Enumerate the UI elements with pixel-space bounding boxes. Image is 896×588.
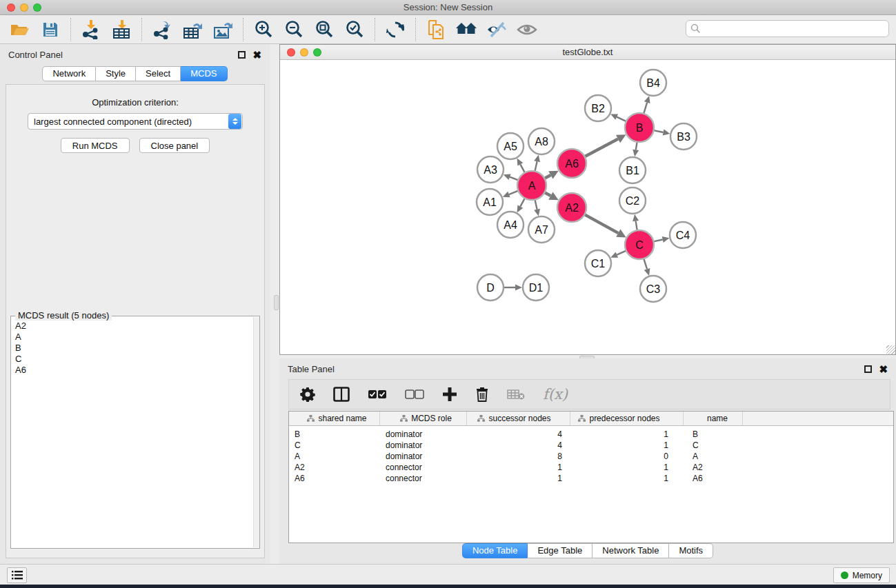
mcds-result-item[interactable]: A6 [15, 365, 258, 376]
mcds-result-item[interactable]: A2 [15, 321, 258, 332]
table-cell-successor-nodes[interactable]: 1 [467, 474, 570, 483]
table-cell-predecessor-nodes[interactable]: 1 [570, 440, 684, 450]
export-network-icon[interactable] [152, 19, 172, 40]
graph-node-A3[interactable]: A3 [477, 156, 504, 183]
table-cell-mcds-role[interactable]: connector [380, 463, 467, 472]
zoom-selected-icon[interactable] [344, 19, 365, 40]
column-header-name[interactable]: name [684, 412, 743, 425]
vertical-divider-grip[interactable] [274, 295, 279, 310]
edge-B-B2[interactable] [617, 117, 626, 121]
table-cell-successor-nodes[interactable]: 8 [467, 452, 570, 461]
tab-select[interactable]: Select [136, 66, 181, 81]
graph-node-B2[interactable]: B2 [585, 95, 611, 121]
edge-A2-C[interactable] [584, 214, 618, 233]
tab-style[interactable]: Style [96, 66, 136, 81]
zoom-in-icon[interactable] [253, 19, 274, 40]
node-table[interactable]: shared name MCDS role successor nodes pr… [288, 411, 894, 543]
close-table-panel-icon[interactable]: ✖ [879, 365, 888, 373]
minimize-window-button[interactable] [20, 3, 28, 12]
close-window-button[interactable] [7, 3, 15, 12]
table-cell-mcds-role[interactable]: connector [380, 474, 467, 483]
tab-edge-table[interactable]: Edge Table [528, 543, 593, 558]
criterion-dropdown[interactable]: largest connected component (directed) [28, 113, 243, 130]
table-row[interactable]: Adominator80A [289, 451, 893, 462]
table-cell-successor-nodes[interactable]: 1 [467, 463, 570, 472]
export-image-icon[interactable] [212, 19, 233, 40]
window-resize-grip[interactable] [886, 345, 895, 354]
search-field[interactable] [686, 20, 889, 37]
edge-C-C2[interactable] [636, 221, 637, 231]
edge-A-A2[interactable] [544, 192, 550, 196]
edge-B-B3[interactable] [654, 130, 664, 132]
graph-node-A8[interactable]: A8 [528, 128, 555, 154]
tab-node-table[interactable]: Node Table [462, 543, 528, 558]
open-folder-icon[interactable] [10, 19, 30, 40]
edge-A-A5[interactable] [520, 164, 525, 172]
refresh-icon[interactable] [385, 19, 406, 40]
graph-node-C2[interactable]: C2 [619, 187, 646, 214]
delete-column-icon[interactable] [475, 387, 489, 402]
column-header-successor-nodes[interactable]: successor nodes [467, 412, 570, 425]
edge-C-C3[interactable] [644, 258, 647, 269]
gear-icon[interactable] [300, 387, 315, 402]
hide-selected-icon[interactable] [486, 19, 507, 40]
import-network-icon[interactable] [81, 19, 101, 40]
table-cell-mcds-role[interactable]: dominator [380, 452, 467, 461]
table-cell-shared-name[interactable]: A2 [289, 463, 380, 472]
graph-node-A6[interactable]: A6 [557, 149, 586, 178]
graph-node-B3[interactable]: B3 [670, 123, 697, 150]
edge-A-A6[interactable] [544, 175, 550, 179]
edge-C-C4[interactable] [653, 240, 662, 242]
table-cell-shared-name[interactable]: A6 [289, 474, 380, 483]
close-panel-icon[interactable]: ✖ [252, 51, 261, 59]
memory-button[interactable]: Memory [833, 567, 890, 583]
edge-C-C1[interactable] [617, 251, 626, 255]
close-network-button[interactable] [287, 48, 295, 57]
table-cell-predecessor-nodes[interactable]: 0 [570, 452, 684, 461]
graph-node-B[interactable]: B [625, 113, 654, 142]
table-row[interactable]: Cdominator41C [289, 440, 893, 451]
edge-A-A1[interactable] [509, 191, 519, 194]
window-controls[interactable] [7, 3, 41, 12]
graph-node-A1[interactable]: A1 [477, 189, 503, 215]
graph-node-A[interactable]: A [517, 171, 546, 200]
graph-node-A2[interactable]: A2 [557, 193, 586, 222]
table-cell-name[interactable]: B [684, 429, 743, 439]
graph-node-A4[interactable]: A4 [497, 212, 524, 238]
select-all-icon[interactable] [368, 389, 387, 399]
table-row[interactable]: Bdominator41B [289, 429, 893, 440]
edge-B-B1[interactable] [636, 142, 637, 150]
edge-B-B4[interactable] [644, 103, 647, 114]
table-cell-shared-name[interactable]: B [289, 429, 380, 439]
graph-node-D[interactable]: D [477, 274, 504, 301]
network-canvas[interactable]: AA1A2A3A4A5A6A7A8BB1B2B3B4CC1C2C3C4DD1 [280, 60, 895, 354]
table-cell-shared-name[interactable]: C [289, 440, 380, 450]
graph-node-A5[interactable]: A5 [497, 133, 524, 159]
graph-node-D1[interactable]: D1 [523, 274, 549, 301]
graph-node-C4[interactable]: C4 [670, 222, 696, 248]
run-mcds-button[interactable]: Run MCDS [61, 138, 130, 153]
table-cell-name[interactable]: A2 [684, 463, 743, 472]
table-row[interactable]: A2connector11A2 [289, 462, 893, 473]
table-cell-name[interactable]: A [684, 452, 743, 461]
edge-A-A8[interactable] [535, 161, 537, 171]
result-scrollbar[interactable] [253, 317, 259, 547]
column-settings-icon[interactable] [333, 387, 350, 402]
graph-node-C[interactable]: C [625, 230, 654, 259]
network-graph[interactable]: AA1A2A3A4A5A6A7A8BB1B2B3B4CC1C2C3C4DD1 [280, 60, 895, 354]
network-window-controls[interactable] [287, 48, 321, 57]
float-table-panel-icon[interactable] [864, 365, 872, 373]
task-history-button[interactable] [7, 567, 27, 583]
close-panel-button[interactable]: Close panel [139, 138, 210, 153]
table-cell-name[interactable]: A6 [684, 474, 743, 483]
mcds-result-item[interactable]: A [15, 332, 258, 343]
column-header-shared-name[interactable]: shared name [289, 412, 380, 425]
edge-A-A3[interactable] [510, 177, 518, 181]
minimize-network-button[interactable] [300, 48, 308, 57]
zoom-fit-icon[interactable] [314, 19, 335, 40]
home-icon[interactable] [456, 19, 477, 40]
edge-A-A7[interactable] [535, 200, 537, 210]
zoom-network-button[interactable] [313, 48, 321, 57]
table-cell-name[interactable]: C [684, 440, 743, 450]
zoom-out-icon[interactable] [283, 19, 304, 40]
